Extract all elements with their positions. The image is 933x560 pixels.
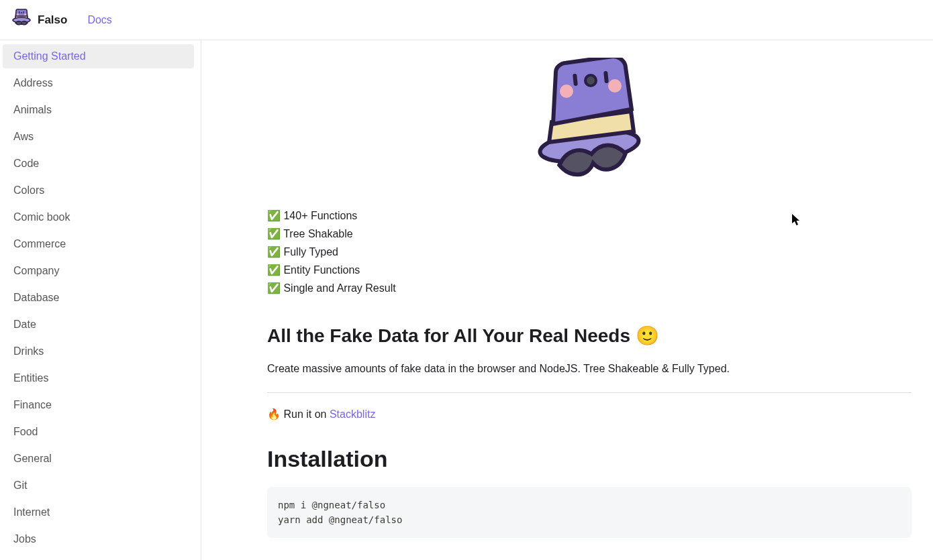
brand[interactable]: Falso bbox=[11, 8, 67, 32]
run-prefix: 🔥 Run it on bbox=[267, 408, 330, 420]
feature-list: ✅ 140+ Functions✅ Tree Shakable✅ Fully T… bbox=[267, 207, 912, 297]
main-content[interactable]: ✅ 140+ Functions✅ Tree Shakable✅ Fully T… bbox=[201, 40, 933, 560]
sidebar: Getting StartedAddressAnimalsAwsCodeColo… bbox=[0, 40, 201, 560]
sidebar-item-food[interactable]: Food bbox=[3, 420, 194, 444]
divider bbox=[267, 392, 912, 393]
brand-name: Falso bbox=[38, 13, 67, 27]
sidebar-item-comic-book[interactable]: Comic book bbox=[3, 205, 194, 229]
sidebar-item-date[interactable]: Date bbox=[3, 313, 194, 337]
sidebar-item-general[interactable]: General bbox=[3, 447, 194, 471]
svg-point-6 bbox=[24, 13, 26, 15]
sidebar-item-entities[interactable]: Entities bbox=[3, 366, 194, 390]
sidebar-item-drinks[interactable]: Drinks bbox=[3, 339, 194, 363]
svg-point-10 bbox=[585, 75, 596, 86]
sidebar-item-git[interactable]: Git bbox=[3, 473, 194, 498]
feature-item: ✅ Single and Array Result bbox=[267, 279, 912, 297]
svg-point-11 bbox=[560, 85, 573, 98]
sidebar-item-getting-started[interactable]: Getting Started bbox=[3, 44, 194, 68]
stackblitz-link[interactable]: Stackblitz bbox=[330, 408, 375, 420]
sidebar-item-database[interactable]: Database bbox=[3, 286, 194, 310]
install-code-block: npm i @ngneat/falso yarn add @ngneat/fal… bbox=[267, 487, 912, 538]
nav-docs[interactable]: Docs bbox=[81, 11, 118, 29]
install-heading: Installation bbox=[267, 446, 912, 472]
svg-point-4 bbox=[21, 11, 23, 13]
sidebar-item-company[interactable]: Company bbox=[3, 259, 194, 283]
navbar: Falso Docs bbox=[0, 0, 933, 40]
sidebar-item-colors[interactable]: Colors bbox=[3, 178, 194, 203]
sidebar-item-animals[interactable]: Animals bbox=[3, 98, 194, 122]
sidebar-item-jobs[interactable]: Jobs bbox=[3, 527, 194, 551]
feature-item: ✅ Entity Functions bbox=[267, 261, 912, 279]
svg-point-12 bbox=[608, 79, 622, 93]
sidebar-item-commerce[interactable]: Commerce bbox=[3, 232, 194, 256]
feature-item: ✅ Tree Shakable bbox=[267, 225, 912, 243]
subtitle: Create massive amounts of fake data in t… bbox=[267, 360, 912, 378]
run-line: 🔥 Run it on Stackblitz bbox=[267, 408, 912, 421]
sidebar-list[interactable]: Getting StartedAddressAnimalsAwsCodeColo… bbox=[0, 40, 201, 560]
feature-item: ✅ 140+ Functions bbox=[267, 207, 912, 225]
sidebar-item-address[interactable]: Address bbox=[3, 71, 194, 95]
sidebar-item-aws[interactable]: Aws bbox=[3, 125, 194, 149]
hero-logo bbox=[267, 58, 912, 192]
logo-icon bbox=[11, 8, 32, 32]
feature-item: ✅ Fully Typed bbox=[267, 243, 912, 261]
sidebar-item-code[interactable]: Code bbox=[3, 152, 194, 176]
svg-rect-2 bbox=[19, 11, 19, 13]
tagline: All the Fake Data for All Your Real Need… bbox=[267, 324, 912, 348]
sidebar-item-internet[interactable]: Internet bbox=[3, 500, 194, 524]
svg-point-5 bbox=[17, 13, 19, 15]
sidebar-item-finance[interactable]: Finance bbox=[3, 393, 194, 417]
sidebar-item-math[interactable]: Math bbox=[3, 554, 194, 560]
svg-rect-3 bbox=[23, 11, 24, 13]
